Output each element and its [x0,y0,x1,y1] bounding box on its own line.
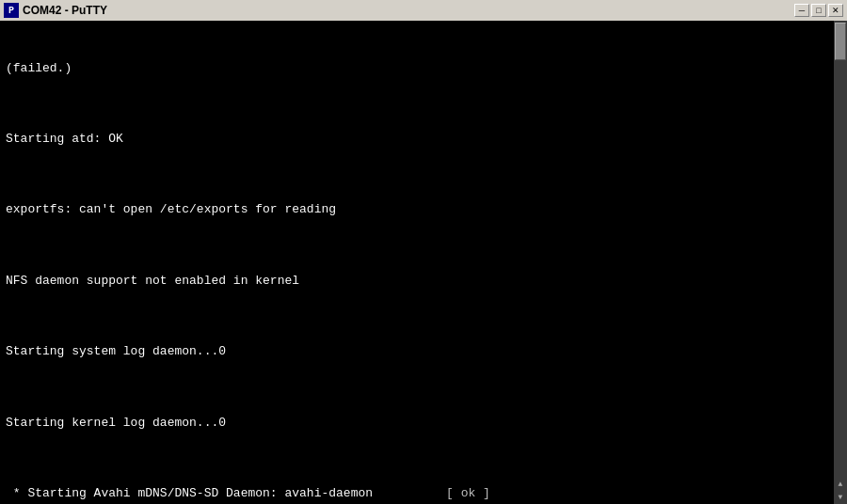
terminal-line-0: (failed.) [6,60,841,78]
terminal-line-4: Starting system log daemon...0 [6,343,841,361]
scrollbar-thumb[interactable] [835,23,846,60]
close-button[interactable]: ✕ [828,4,843,17]
window-title: COM42 - PuTTY [23,4,107,17]
terminal-line-6: * Starting Avahi mDNS/DNS-SD Daemon: ava… [6,485,841,503]
window: P COM42 - PuTTY ─ □ ✕ (failed.) Starting… [0,0,847,504]
maximize-button[interactable]: □ [811,4,826,17]
scrollbar-arrow-down[interactable]: ▼ [834,491,847,504]
title-bar-left: P COM42 - PuTTY [4,3,107,18]
app-icon: P [4,3,19,18]
title-bar: P COM42 - PuTTY ─ □ ✕ [0,0,847,21]
scrollbar[interactable]: ▲ ▼ [834,21,847,504]
terminal-line-3: NFS daemon support not enabled in kernel [6,273,841,291]
minimize-button[interactable]: ─ [794,4,809,17]
terminal-line-5: Starting kernel log daemon...0 [6,415,841,433]
terminal-line-1: Starting atd: OK [6,131,841,149]
ok-text: [ ok ] [446,486,490,500]
scrollbar-arrow-up[interactable]: ▲ [834,478,847,491]
terminal[interactable]: (failed.) Starting atd: OK exportfs: can… [0,21,847,504]
window-controls: ─ □ ✕ [794,4,843,17]
terminal-line-2: exportfs: can't open /etc/exports for re… [6,201,841,219]
